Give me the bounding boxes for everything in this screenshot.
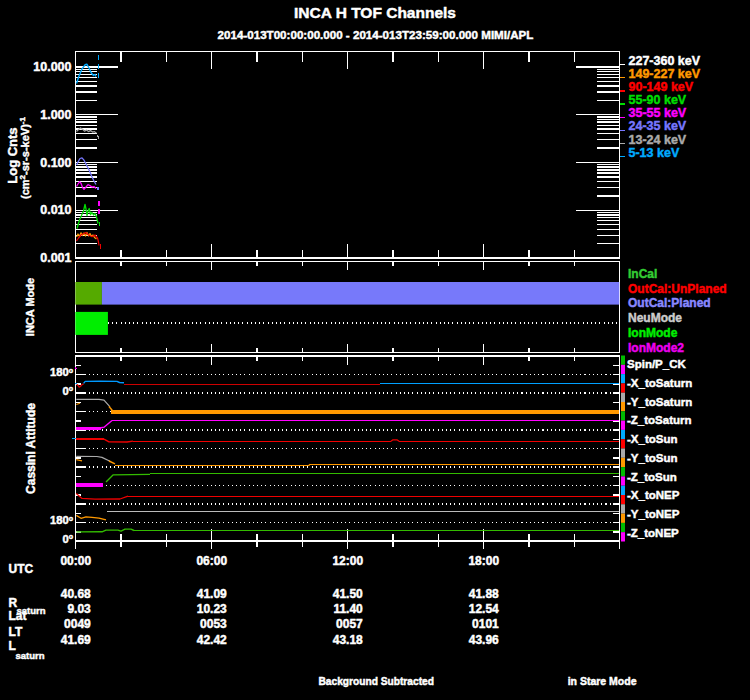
svg-text:Lat: Lat <box>9 609 27 623</box>
svg-text:INCA Mode: INCA Mode <box>24 278 36 336</box>
svg-text:10.000: 10.000 <box>33 60 71 74</box>
svg-text:Cassini Attitude: Cassini Attitude <box>24 403 38 494</box>
svg-text:0053: 0053 <box>200 617 227 631</box>
svg-text:00:00: 00:00 <box>60 554 91 568</box>
svg-text:55-90 keV: 55-90 keV <box>629 93 687 107</box>
svg-text:UTC: UTC <box>9 562 34 576</box>
svg-text:13-24 keV: 13-24 keV <box>629 133 687 147</box>
svg-text:in Stare Mode: in Stare Mode <box>568 675 637 687</box>
svg-text:IonMode2: IonMode2 <box>628 341 684 355</box>
svg-text:IonMode: IonMode <box>628 326 678 340</box>
svg-text:Spin/P_CK: Spin/P_CK <box>627 358 686 370</box>
svg-text:-X_toSaturn: -X_toSaturn <box>627 377 692 389</box>
svg-text:NeuMode: NeuMode <box>628 311 682 325</box>
svg-text:Background Subtracted: Background Subtracted <box>318 676 433 687</box>
svg-text:0.001: 0.001 <box>40 251 71 265</box>
svg-text:0049: 0049 <box>64 617 91 631</box>
svg-text:18:00: 18:00 <box>468 554 499 568</box>
svg-text:24-35 keV: 24-35 keV <box>629 119 687 133</box>
svg-text:0057: 0057 <box>336 617 363 631</box>
svg-text:1.000: 1.000 <box>40 108 71 122</box>
svg-text:12:00: 12:00 <box>332 554 363 568</box>
svg-text:0.010: 0.010 <box>40 203 71 217</box>
svg-text:227-360 keV: 227-360 keV <box>629 54 701 68</box>
svg-text:42.42: 42.42 <box>197 633 227 647</box>
svg-text:-Z_toNEP: -Z_toNEP <box>627 527 679 539</box>
svg-text:43.18: 43.18 <box>333 633 363 647</box>
svg-text:-Z_toSaturn: -Z_toSaturn <box>627 414 692 426</box>
svg-text:41.88: 41.88 <box>469 587 499 601</box>
svg-text:41.50: 41.50 <box>333 587 363 601</box>
svg-text:saturn: saturn <box>16 650 45 661</box>
svg-text:41.09: 41.09 <box>197 587 227 601</box>
svg-text:43.96: 43.96 <box>469 633 499 647</box>
svg-text:-Y_toNEP: -Y_toNEP <box>627 508 680 520</box>
svg-text:0.100: 0.100 <box>40 156 71 170</box>
svg-text:41.69: 41.69 <box>61 633 91 647</box>
svg-text:-X_toSun: -X_toSun <box>627 433 677 445</box>
svg-text:12.54: 12.54 <box>469 602 499 616</box>
svg-text:-Y_toSun: -Y_toSun <box>627 452 677 464</box>
svg-text:(cm2-sr-s-keV)-1: (cm2-sr-s-keV)-1 <box>18 117 31 199</box>
svg-text:35-55 keV: 35-55 keV <box>629 106 687 120</box>
svg-text:0101: 0101 <box>472 617 499 631</box>
svg-text:OutCal:UnPlaned: OutCal:UnPlaned <box>628 282 727 296</box>
svg-text:2014-013T00:00:00.000 - 2014-0: 2014-013T00:00:00.000 - 2014-013T23:59:0… <box>218 28 534 41</box>
svg-text:OutCal:Planed: OutCal:Planed <box>628 296 711 310</box>
svg-text:LT: LT <box>9 625 23 639</box>
svg-text:06:00: 06:00 <box>196 554 227 568</box>
svg-text:-Z_toSun: -Z_toSun <box>627 471 677 483</box>
svg-text:-X_toNEP: -X_toNEP <box>627 489 680 501</box>
svg-text:-Y_toSaturn: -Y_toSaturn <box>627 396 692 408</box>
svg-text:40.68: 40.68 <box>61 587 91 601</box>
svg-text:10.23: 10.23 <box>197 602 227 616</box>
svg-text:INCA H TOF Channels: INCA H TOF Channels <box>294 4 456 21</box>
svg-text:9.03: 9.03 <box>67 602 91 616</box>
svg-text:149-227 keV: 149-227 keV <box>629 67 701 81</box>
svg-text:InCal: InCal <box>628 267 657 281</box>
svg-text:5-13 keV: 5-13 keV <box>629 146 680 160</box>
svg-text:11.40: 11.40 <box>333 602 363 616</box>
svg-text:90-149 keV: 90-149 keV <box>629 80 694 94</box>
